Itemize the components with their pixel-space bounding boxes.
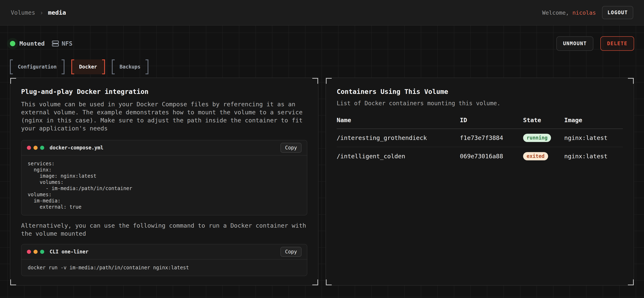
- panel-description: This volume can be used in your Docker C…: [21, 100, 307, 133]
- delete-button[interactable]: DELETE: [600, 36, 634, 51]
- bracket-left-icon: [71, 59, 74, 74]
- code-content: docker run -v im-media:/path/in/containe…: [22, 259, 307, 276]
- tab-label: Backups: [115, 59, 146, 74]
- containers-table: Name ID State Image /interesting_grothen…: [337, 117, 623, 165]
- corner-bracket-icon: [10, 280, 16, 286]
- mounted-status-dot-icon: [10, 41, 15, 46]
- corner-bracket-icon: [312, 78, 318, 84]
- column-header-id: ID: [460, 117, 523, 124]
- welcome-text: Welcome, nicolas: [542, 9, 596, 16]
- table-row: /interesting_grothendieck f1e73e7f3884 r…: [337, 129, 623, 147]
- breadcrumb: Volumes › media: [11, 9, 66, 16]
- docker-integration-panel: Plug-and-play Docker integration This vo…: [10, 78, 318, 286]
- tab-bar: Configuration Docker Backups: [10, 59, 634, 74]
- breadcrumb-volumes-link[interactable]: Volumes: [11, 9, 35, 16]
- code-block-header: docker-compose.yml Copy: [22, 140, 307, 155]
- welcome-prefix: Welcome,: [542, 9, 572, 16]
- cell-container-image: nginx:latest: [564, 134, 623, 141]
- logout-button[interactable]: LOGOUT: [602, 6, 633, 19]
- compose-code-block: docker-compose.yml Copy services: nginx:…: [21, 140, 307, 215]
- window-dot-amber-icon: [34, 146, 38, 150]
- corner-bracket-icon: [326, 280, 332, 286]
- copy-button[interactable]: Copy: [280, 143, 302, 153]
- tab-docker[interactable]: Docker: [71, 59, 105, 74]
- containers-panel: Containers Using This Volume List of Doc…: [326, 78, 634, 286]
- column-header-state: State: [523, 117, 564, 124]
- cell-container-name: /intelligent_colden: [337, 153, 460, 160]
- window-dot-green-icon: [40, 146, 44, 150]
- main-content: Mounted NFS UNMOUNT DELETE Configu: [0, 26, 644, 298]
- cli-intro-text: Alternatively, you can use the following…: [21, 222, 307, 238]
- code-filename: docker-compose.yml: [50, 145, 103, 151]
- breadcrumb-current-page: media: [48, 9, 66, 16]
- unmount-button[interactable]: UNMOUNT: [556, 36, 593, 51]
- bracket-right-icon: [62, 59, 64, 74]
- panel-title: Plug-and-play Docker integration: [21, 87, 307, 96]
- username: nicolas: [572, 9, 596, 16]
- volume-status: Mounted NFS: [10, 40, 72, 47]
- corner-bracket-icon: [326, 78, 332, 84]
- driver-label: NFS: [62, 40, 72, 47]
- code-content: services: nginx: image: nginx:latest vol…: [22, 155, 307, 215]
- cell-container-id: f1e73e7f3884: [460, 134, 523, 141]
- app-header: Volumes › media Welcome, nicolas LOGOUT: [0, 0, 644, 26]
- volume-driver: NFS: [52, 40, 72, 47]
- window-dot-amber-icon: [34, 250, 38, 254]
- volume-actions: UNMOUNT DELETE: [556, 36, 634, 51]
- cell-container-id: 069e73016a88: [460, 153, 523, 160]
- tab-label: Configuration: [13, 59, 62, 74]
- corner-bracket-icon: [628, 78, 634, 84]
- server-icon: [52, 40, 59, 47]
- bracket-right-icon: [102, 59, 105, 74]
- panel-subtitle: List of Docker containers mounting this …: [337, 100, 623, 107]
- window-dot-red-icon: [27, 146, 31, 150]
- column-header-name: Name: [337, 117, 460, 124]
- cell-container-image: nginx:latest: [564, 153, 623, 160]
- cli-code-block: CLI one-liner Copy docker run -v im-medi…: [21, 244, 307, 276]
- tab-backups[interactable]: Backups: [112, 59, 148, 74]
- state-badge: running: [523, 134, 551, 142]
- mount-status-label: Mounted: [20, 40, 45, 47]
- code-block-header: CLI one-liner Copy: [22, 244, 307, 259]
- corner-bracket-icon: [10, 78, 16, 84]
- bracket-right-icon: [146, 59, 148, 74]
- tab-label: Docker: [74, 59, 102, 74]
- window-dot-red-icon: [27, 250, 31, 254]
- window-dot-green-icon: [40, 250, 44, 254]
- panels: Plug-and-play Docker integration This vo…: [10, 78, 634, 286]
- bracket-left-icon: [112, 59, 115, 74]
- panel-title: Containers Using This Volume: [337, 87, 623, 96]
- corner-bracket-icon: [628, 280, 634, 286]
- copy-button[interactable]: Copy: [280, 247, 302, 257]
- table-row: /intelligent_colden 069e73016a88 exited …: [337, 147, 623, 165]
- code-filename: CLI one-liner: [50, 249, 88, 255]
- chevron-right-icon: ›: [40, 9, 44, 16]
- state-badge: exited: [523, 152, 548, 160]
- status-row: Mounted NFS UNMOUNT DELETE: [10, 26, 634, 51]
- header-right: Welcome, nicolas LOGOUT: [542, 6, 633, 19]
- table-header-row: Name ID State Image: [337, 117, 623, 129]
- cell-container-name: /interesting_grothendieck: [337, 134, 460, 141]
- tab-configuration[interactable]: Configuration: [10, 59, 64, 74]
- bracket-left-icon: [10, 59, 13, 74]
- column-header-image: Image: [564, 117, 623, 124]
- corner-bracket-icon: [312, 280, 318, 286]
